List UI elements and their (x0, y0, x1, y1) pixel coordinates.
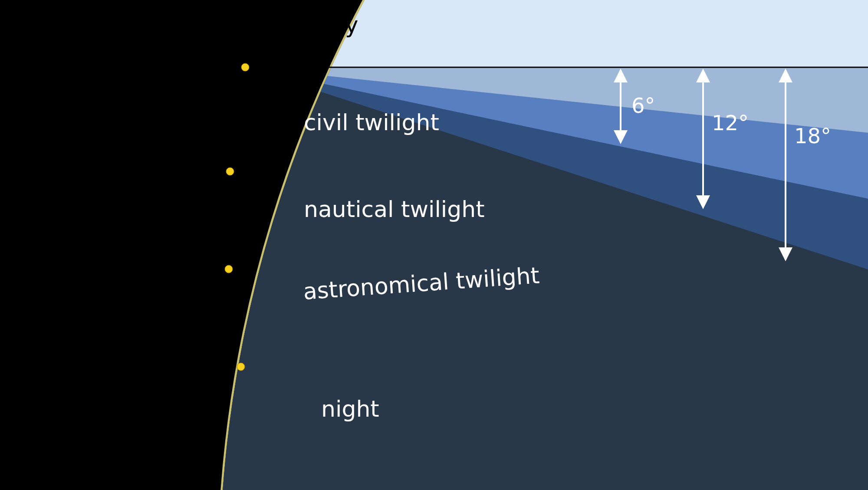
day-band (0, 0, 868, 67)
twilight-wedges (0, 0, 868, 490)
angle-label-12: 12° (712, 111, 749, 135)
label-day: day (317, 12, 358, 38)
marker-18deg (237, 363, 245, 371)
label-nautical: nautical twilight (304, 196, 485, 222)
angle-label-18: 18° (794, 124, 831, 148)
twilight-diagram: day civil twilight nautical twilight ast… (0, 0, 868, 490)
angle-label-6: 6° (631, 93, 655, 118)
marker-horizon (241, 63, 249, 71)
marker-12deg (225, 265, 233, 273)
marker-6deg (226, 168, 234, 175)
label-civil: civil twilight (304, 109, 439, 135)
label-night: night (321, 396, 379, 422)
